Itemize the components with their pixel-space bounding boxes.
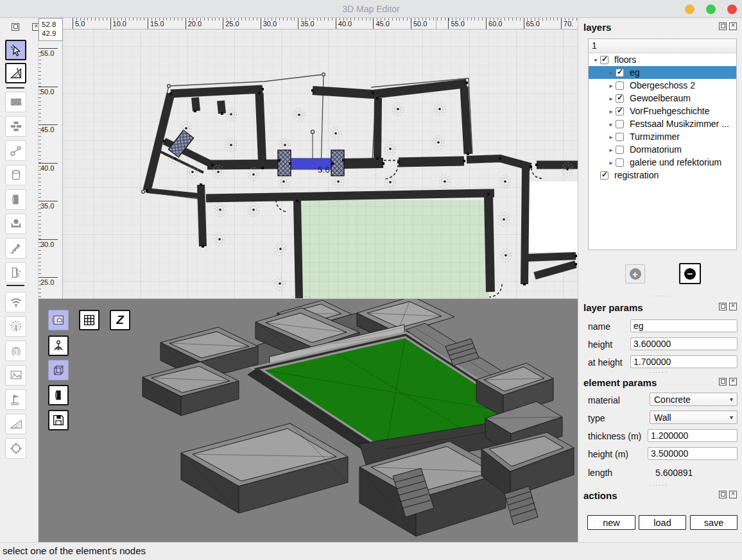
window-title: 3D Map Editor: [0, 0, 742, 18]
layer-row[interactable]: ▾floors: [589, 53, 736, 66]
layer-visibility-checkbox[interactable]: [616, 69, 624, 77]
layer-row[interactable]: ▸Obergeschoss 2: [589, 79, 736, 92]
door-tool[interactable]: [5, 189, 26, 210]
chevron-down-icon: ▾: [730, 414, 733, 421]
expand-arrow-icon[interactable]: ▸: [607, 159, 616, 166]
type-select[interactable]: Wall ▾: [650, 411, 738, 424]
target-tool[interactable]: [5, 438, 26, 459]
layer-visibility-checkbox[interactable]: [616, 107, 624, 115]
dock-close-icon[interactable]: [729, 22, 737, 30]
minimize-button[interactable]: [685, 4, 695, 14]
layers-listbox[interactable]: 1 ▾floors▸eg▸Obergeschoss 2▸Gewoelberaum…: [588, 38, 737, 250]
dock-float-icon[interactable]: [719, 491, 727, 498]
dock-float-icon[interactable]: [12, 23, 19, 31]
layer-height-field[interactable]: [630, 337, 738, 350]
expand-arrow-icon[interactable]: ▸: [607, 82, 616, 89]
green-room-floor[interactable]: [299, 200, 488, 298]
splitter-handle-dots[interactable]: ······: [649, 294, 668, 298]
layer-visibility-checkbox[interactable]: [600, 56, 608, 64]
expand-arrow-icon[interactable]: ▸: [607, 108, 616, 115]
dock-float-icon[interactable]: [719, 378, 727, 386]
layer-visibility-checkbox[interactable]: [616, 120, 624, 128]
ruler-tick-label: 20.0: [186, 18, 223, 29]
door-view-button[interactable]: [48, 385, 69, 405]
layer-visibility-checkbox[interactable]: [616, 81, 624, 90]
view-3d-canvas[interactable]: [39, 299, 578, 542]
ruler-tick-label: 65.0: [524, 18, 562, 29]
dock-close-icon[interactable]: [729, 303, 737, 310]
layer-visibility-checkbox[interactable]: [616, 94, 624, 103]
dock-close-icon[interactable]: [729, 491, 737, 498]
layer-row[interactable]: registration: [589, 169, 736, 182]
beacon-tool[interactable]: [5, 316, 26, 337]
ruler-tick-label: 55.0: [448, 18, 486, 29]
layer-row[interactable]: ▸Turmzimmer: [589, 130, 736, 143]
remove-layer-button[interactable]: −: [679, 263, 701, 284]
gizmo-button[interactable]: [48, 335, 69, 356]
maximize-button[interactable]: [706, 4, 716, 14]
expand-arrow-icon[interactable]: ▸: [607, 69, 616, 76]
title-bar: 3D Map Editor: [0, 0, 742, 18]
thickness-field[interactable]: [648, 429, 738, 442]
fingerprint-tool[interactable]: [5, 341, 26, 361]
layer-at-height-field[interactable]: [630, 355, 738, 368]
blueprint-view-button[interactable]: [48, 310, 69, 330]
dock-close-icon[interactable]: [729, 378, 737, 386]
layer-row[interactable]: ▸galerie und refektorium: [589, 156, 736, 169]
expand-arrow-icon[interactable]: ▾: [591, 56, 600, 64]
cube-view-button[interactable]: [48, 360, 69, 380]
layer-row[interactable]: ▸VorFruehgeschichte: [589, 105, 736, 117]
expand-arrow-icon[interactable]: ▸: [607, 121, 616, 128]
measure-tool[interactable]: [5, 63, 26, 83]
texture-tool[interactable]: [5, 92, 26, 112]
layer-label: Turmzimmer: [630, 132, 680, 142]
thickness-label: thickness (m): [588, 431, 641, 441]
splitter-handle-dots[interactable]: ······: [649, 370, 668, 374]
new-button[interactable]: new: [587, 515, 635, 530]
load-button[interactable]: load: [639, 515, 686, 530]
layers-title: layers: [583, 22, 611, 33]
close-button[interactable]: [727, 4, 737, 14]
save-button[interactable]: save: [690, 515, 738, 530]
ruler-tick: [39, 87, 58, 87]
set-square-tool[interactable]: [5, 414, 26, 434]
layer-visibility-checkbox[interactable]: [616, 158, 624, 167]
layer-visibility-checkbox[interactable]: [616, 133, 624, 141]
element-height-field[interactable]: [648, 447, 738, 460]
cylinder-tool[interactable]: [5, 165, 26, 185]
layer-name-field[interactable]: [630, 319, 738, 332]
furniture-tool[interactable]: [5, 214, 26, 234]
splitter-handle-dots[interactable]: ······: [649, 483, 668, 487]
save-view-button[interactable]: [48, 410, 69, 430]
layer-row[interactable]: ▸Dormatorium: [589, 143, 736, 156]
splitter-handle-dots[interactable]: ······: [292, 294, 311, 298]
grid-view-button[interactable]: [79, 310, 99, 330]
z-order-button[interactable]: Z: [110, 310, 130, 330]
layer-visibility-checkbox[interactable]: [616, 146, 624, 154]
wall-tool[interactable]: [5, 116, 26, 137]
floorplan-2d-canvas[interactable]: 5.6: [63, 30, 578, 298]
dock-float-icon[interactable]: [719, 22, 727, 30]
flag-tool[interactable]: [5, 389, 26, 410]
expand-arrow-icon[interactable]: ▸: [607, 95, 616, 102]
material-select[interactable]: Concrete ▾: [650, 393, 738, 406]
image-tool[interactable]: [5, 365, 26, 386]
select-tool[interactable]: [5, 40, 26, 60]
cursor-coordinates: 52.8 42.9: [39, 18, 63, 41]
layer-visibility-checkbox[interactable]: [600, 171, 608, 180]
expand-arrow-icon[interactable]: ▸: [607, 146, 616, 153]
measure-handle-node[interactable]: [311, 130, 314, 133]
expand-arrow-icon[interactable]: ▸: [607, 133, 616, 140]
wifi-tool[interactable]: [5, 292, 26, 312]
layer-row[interactable]: ▸Festsaal Musikzimmer ...: [589, 117, 736, 130]
add-layer-button[interactable]: +: [625, 264, 645, 284]
element-params-header: element params: [583, 377, 737, 388]
flag-icon: [9, 393, 23, 407]
node-link-tool[interactable]: [5, 140, 26, 161]
dock-float-icon[interactable]: [719, 303, 727, 310]
exit-tool[interactable]: [5, 262, 26, 283]
tool-dock: [0, 18, 39, 542]
layer-row[interactable]: ▸eg: [589, 66, 736, 79]
stairs-tool[interactable]: [5, 238, 26, 259]
layer-row[interactable]: ▸Gewoelberaum: [589, 92, 736, 105]
